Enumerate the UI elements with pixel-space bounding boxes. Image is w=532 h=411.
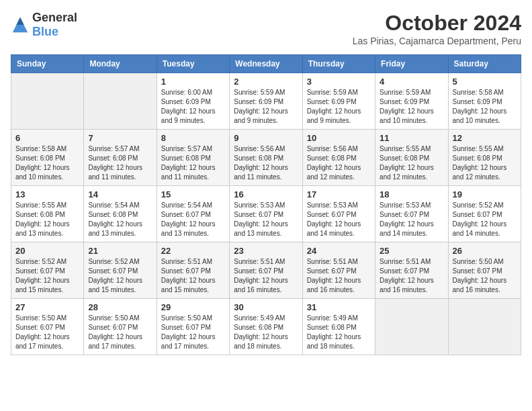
- day-number: 26: [453, 246, 517, 256]
- day-number: 8: [161, 133, 225, 143]
- calendar-cell: 29Sunrise: 5:50 AM Sunset: 6:07 PM Dayli…: [157, 299, 229, 355]
- weekday-header-friday: Friday: [375, 55, 448, 73]
- day-info: Sunrise: 5:54 AM Sunset: 6:07 PM Dayligh…: [161, 201, 225, 238]
- day-number: 17: [307, 189, 371, 199]
- day-number: 15: [161, 189, 225, 199]
- day-info: Sunrise: 5:51 AM Sunset: 6:07 PM Dayligh…: [307, 257, 371, 295]
- day-number: 7: [88, 133, 152, 143]
- day-number: 14: [88, 189, 152, 199]
- day-info: Sunrise: 5:53 AM Sunset: 6:07 PM Dayligh…: [380, 201, 443, 238]
- logo-blue: Blue: [32, 25, 58, 38]
- calendar-cell: 23Sunrise: 5:51 AM Sunset: 6:07 PM Dayli…: [230, 242, 302, 299]
- calendar-cell: [11, 73, 84, 130]
- day-info: Sunrise: 5:57 AM Sunset: 6:08 PM Dayligh…: [161, 144, 225, 182]
- calendar-cell: 15Sunrise: 5:54 AM Sunset: 6:07 PM Dayli…: [157, 186, 229, 242]
- day-number: 12: [453, 133, 517, 143]
- day-number: 28: [88, 302, 152, 312]
- calendar-table: SundayMondayTuesdayWednesdayThursdayFrid…: [11, 54, 521, 355]
- day-info: Sunrise: 5:57 AM Sunset: 6:08 PM Dayligh…: [88, 144, 152, 182]
- day-info: Sunrise: 5:50 AM Sunset: 6:07 PM Dayligh…: [161, 314, 225, 351]
- day-number: 30: [234, 302, 298, 312]
- title-block: October 2024 Las Pirias, Cajamarca Depar…: [353, 11, 521, 46]
- page-subtitle: Las Pirias, Cajamarca Department, Peru: [353, 36, 521, 46]
- calendar-cell: 19Sunrise: 5:52 AM Sunset: 6:07 PM Dayli…: [448, 186, 521, 242]
- day-number: 3: [307, 77, 371, 87]
- day-info: Sunrise: 5:55 AM Sunset: 6:08 PM Dayligh…: [453, 144, 517, 182]
- day-info: Sunrise: 5:54 AM Sunset: 6:08 PM Dayligh…: [88, 201, 152, 238]
- calendar-cell: [375, 299, 448, 355]
- day-info: Sunrise: 5:55 AM Sunset: 6:08 PM Dayligh…: [15, 201, 79, 238]
- day-info: Sunrise: 5:59 AM Sunset: 6:09 PM Dayligh…: [307, 88, 371, 126]
- calendar-cell: 9Sunrise: 5:56 AM Sunset: 6:08 PM Daylig…: [230, 130, 302, 186]
- day-number: 16: [234, 189, 298, 199]
- day-info: Sunrise: 5:50 AM Sunset: 6:07 PM Dayligh…: [453, 257, 517, 295]
- calendar-cell: 17Sunrise: 5:53 AM Sunset: 6:07 PM Dayli…: [302, 186, 375, 242]
- page-title: October 2024: [353, 11, 521, 36]
- day-info: Sunrise: 5:58 AM Sunset: 6:08 PM Dayligh…: [15, 144, 79, 182]
- weekday-header-sunday: Sunday: [11, 55, 84, 73]
- day-number: 25: [380, 246, 443, 256]
- calendar-cell: 24Sunrise: 5:51 AM Sunset: 6:07 PM Dayli…: [302, 242, 375, 299]
- day-info: Sunrise: 5:51 AM Sunset: 6:07 PM Dayligh…: [234, 257, 298, 295]
- day-number: 27: [15, 302, 79, 312]
- calendar-cell: [448, 299, 521, 355]
- day-info: Sunrise: 5:51 AM Sunset: 6:07 PM Dayligh…: [380, 257, 443, 295]
- calendar-cell: 27Sunrise: 5:50 AM Sunset: 6:07 PM Dayli…: [11, 299, 84, 355]
- day-number: 20: [15, 246, 79, 256]
- calendar-cell: 14Sunrise: 5:54 AM Sunset: 6:08 PM Dayli…: [84, 186, 157, 242]
- day-info: Sunrise: 5:52 AM Sunset: 6:07 PM Dayligh…: [88, 257, 152, 295]
- day-info: Sunrise: 5:49 AM Sunset: 6:08 PM Dayligh…: [234, 314, 298, 351]
- page-header: General Blue October 2024 Las Pirias, Ca…: [11, 11, 521, 46]
- day-info: Sunrise: 5:51 AM Sunset: 6:07 PM Dayligh…: [161, 257, 225, 295]
- day-number: 13: [15, 189, 79, 199]
- day-info: Sunrise: 5:49 AM Sunset: 6:08 PM Dayligh…: [307, 314, 371, 351]
- calendar-cell: 12Sunrise: 5:55 AM Sunset: 6:08 PM Dayli…: [448, 130, 521, 186]
- day-info: Sunrise: 5:56 AM Sunset: 6:08 PM Dayligh…: [234, 144, 298, 182]
- calendar-cell: 10Sunrise: 5:56 AM Sunset: 6:08 PM Dayli…: [302, 130, 375, 186]
- calendar-header: SundayMondayTuesdayWednesdayThursdayFrid…: [11, 55, 521, 73]
- logo-icon: [11, 15, 30, 34]
- calendar-cell: 4Sunrise: 5:59 AM Sunset: 6:09 PM Daylig…: [375, 73, 448, 130]
- day-info: Sunrise: 5:59 AM Sunset: 6:09 PM Dayligh…: [234, 88, 298, 126]
- calendar-cell: 16Sunrise: 5:53 AM Sunset: 6:07 PM Dayli…: [230, 186, 302, 242]
- calendar-cell: 13Sunrise: 5:55 AM Sunset: 6:08 PM Dayli…: [11, 186, 84, 242]
- calendar-cell: 31Sunrise: 5:49 AM Sunset: 6:08 PM Dayli…: [302, 299, 375, 355]
- day-number: 4: [380, 77, 443, 87]
- calendar-cell: [84, 73, 157, 130]
- day-info: Sunrise: 5:56 AM Sunset: 6:08 PM Dayligh…: [307, 144, 371, 182]
- logo-general: General: [32, 11, 77, 24]
- calendar-cell: 30Sunrise: 5:49 AM Sunset: 6:08 PM Dayli…: [230, 299, 302, 355]
- day-number: 24: [307, 246, 371, 256]
- calendar-cell: 21Sunrise: 5:52 AM Sunset: 6:07 PM Dayli…: [84, 242, 157, 299]
- day-number: 2: [234, 77, 298, 87]
- calendar-cell: 18Sunrise: 5:53 AM Sunset: 6:07 PM Dayli…: [375, 186, 448, 242]
- day-number: 9: [234, 133, 298, 143]
- calendar-cell: 11Sunrise: 5:55 AM Sunset: 6:08 PM Dayli…: [375, 130, 448, 186]
- calendar-cell: 1Sunrise: 6:00 AM Sunset: 6:09 PM Daylig…: [157, 73, 229, 130]
- day-number: 19: [453, 189, 517, 199]
- calendar-cell: 8Sunrise: 5:57 AM Sunset: 6:08 PM Daylig…: [157, 130, 229, 186]
- day-number: 23: [234, 246, 298, 256]
- day-info: Sunrise: 5:55 AM Sunset: 6:08 PM Dayligh…: [380, 144, 443, 182]
- calendar-cell: 26Sunrise: 5:50 AM Sunset: 6:07 PM Dayli…: [448, 242, 521, 299]
- weekday-header-saturday: Saturday: [448, 55, 521, 73]
- day-info: Sunrise: 5:50 AM Sunset: 6:07 PM Dayligh…: [88, 314, 152, 351]
- svg-marker-1: [16, 17, 24, 25]
- day-number: 29: [161, 302, 225, 312]
- weekday-header-monday: Monday: [84, 55, 157, 73]
- day-info: Sunrise: 5:59 AM Sunset: 6:09 PM Dayligh…: [380, 88, 443, 126]
- calendar-week-3: 13Sunrise: 5:55 AM Sunset: 6:08 PM Dayli…: [11, 186, 521, 242]
- calendar-week-1: 1Sunrise: 6:00 AM Sunset: 6:09 PM Daylig…: [11, 73, 521, 130]
- day-info: Sunrise: 5:52 AM Sunset: 6:07 PM Dayligh…: [15, 257, 79, 295]
- day-number: 18: [380, 189, 443, 199]
- calendar-cell: 6Sunrise: 5:58 AM Sunset: 6:08 PM Daylig…: [11, 130, 84, 186]
- calendar-week-4: 20Sunrise: 5:52 AM Sunset: 6:07 PM Dayli…: [11, 242, 521, 299]
- day-number: 1: [161, 77, 225, 87]
- day-number: 21: [88, 246, 152, 256]
- calendar-week-2: 6Sunrise: 5:58 AM Sunset: 6:08 PM Daylig…: [11, 130, 521, 186]
- calendar-cell: 22Sunrise: 5:51 AM Sunset: 6:07 PM Dayli…: [157, 242, 229, 299]
- calendar-cell: 2Sunrise: 5:59 AM Sunset: 6:09 PM Daylig…: [230, 73, 302, 130]
- day-info: Sunrise: 5:53 AM Sunset: 6:07 PM Dayligh…: [234, 201, 298, 238]
- weekday-header-tuesday: Tuesday: [157, 55, 229, 73]
- weekday-header-wednesday: Wednesday: [230, 55, 302, 73]
